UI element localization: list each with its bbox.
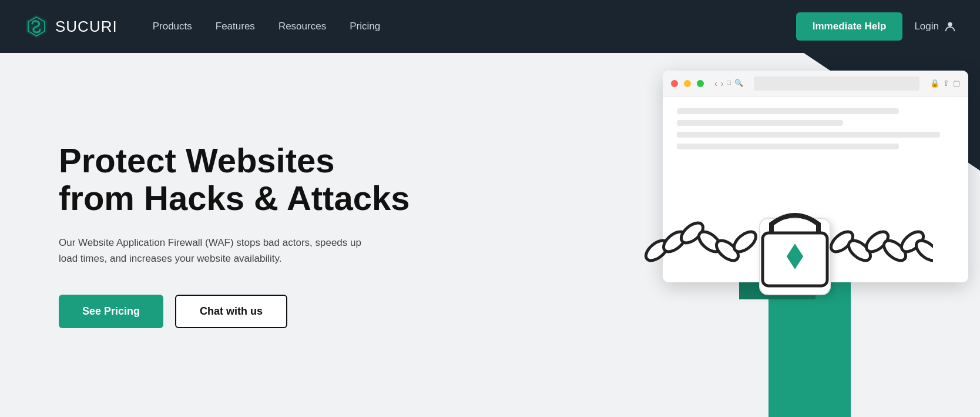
brand-name: SUCURi	[55, 18, 118, 36]
navbar-actions: Immediate Help Login	[796, 12, 956, 41]
nav-pricing[interactable]: Pricing	[350, 21, 380, 32]
browser-action-icons: 🔒 ⇧ ▢	[930, 79, 960, 88]
browser-dot-green	[697, 80, 704, 87]
lock-chain-svg	[639, 174, 933, 327]
hero-subtitle: Our Website Application Firewall (WAF) s…	[59, 235, 364, 266]
browser-address-bar	[754, 76, 919, 91]
hero-title: Protect Websites from Hacks & Attacks	[59, 142, 411, 217]
navbar: SUCURi Products Features Resources Prici…	[0, 0, 980, 53]
sucuri-logo-icon	[24, 14, 49, 39]
logo-link[interactable]: SUCURi	[24, 14, 118, 39]
main-nav: Products Features Resources Pricing	[153, 21, 796, 32]
svg-point-1	[948, 22, 952, 26]
hero-section: Protect Websites from Hacks & Attacks Ou…	[0, 53, 980, 417]
chain-left	[642, 219, 759, 264]
chain-right	[827, 228, 933, 264]
browser-dot-red	[671, 80, 678, 87]
login-label: Login	[914, 21, 939, 32]
hero-content: Protect Websites from Hacks & Attacks Ou…	[59, 142, 411, 328]
login-link[interactable]: Login	[914, 20, 956, 33]
lock-chain-illustration	[639, 174, 933, 327]
content-line-3	[677, 132, 940, 138]
nav-resources[interactable]: Resources	[278, 21, 326, 32]
content-line-1	[677, 108, 899, 114]
hero-buttons: See Pricing Chat with us	[59, 295, 411, 328]
content-line-4	[677, 144, 899, 149]
browser-bar: ‹ › □ 🔍 🔒 ⇧ ▢	[663, 71, 968, 96]
lock-body	[760, 215, 830, 295]
svg-point-7	[730, 228, 759, 255]
browser-nav-icons: ‹ › □ 🔍	[714, 79, 743, 88]
immediate-help-button[interactable]: Immediate Help	[796, 12, 903, 41]
user-icon	[944, 20, 956, 33]
chat-with-us-button[interactable]: Chat with us	[175, 295, 287, 328]
see-pricing-button[interactable]: See Pricing	[59, 295, 163, 328]
browser-dot-yellow	[684, 80, 691, 87]
nav-products[interactable]: Products	[153, 21, 192, 32]
nav-features[interactable]: Features	[216, 21, 255, 32]
content-line-2	[677, 120, 843, 126]
